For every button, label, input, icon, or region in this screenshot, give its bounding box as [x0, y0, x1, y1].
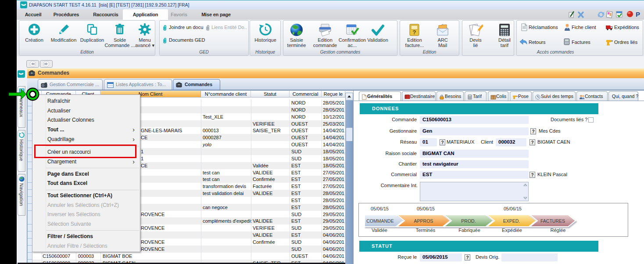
svg-text:EXPED.: EXPED. [503, 218, 520, 224]
svg-text:P: P [636, 11, 640, 18]
svg-text:APPROS: APPROS [414, 218, 433, 224]
svg-text:?: ? [413, 29, 416, 36]
svg-text:COMMANDE: COMMANDE [366, 218, 394, 224]
svg-text:FACTURES: FACTURES [540, 218, 565, 224]
svg-text:PROD.: PROD. [461, 218, 476, 224]
